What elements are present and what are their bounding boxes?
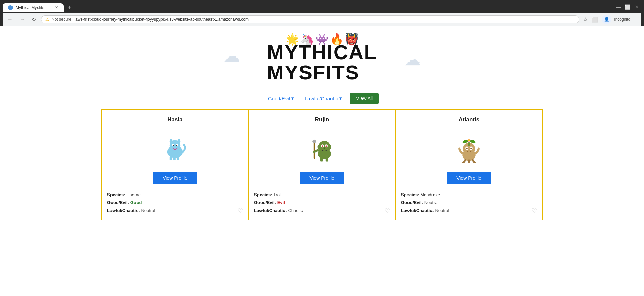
heart-icon-hasla[interactable]: ♡	[238, 207, 243, 214]
creature-svg-rujin	[307, 133, 337, 163]
species-value-atlantis: Mandrake	[420, 192, 440, 197]
cloud-left-icon: ☁	[223, 46, 240, 66]
more-options-button[interactable]: ⋮	[633, 16, 639, 23]
tab-close-button[interactable]: ✕	[55, 5, 58, 10]
page-content: ☁ ☁ 🌟 🦄 👾 🔥 👹 MYTHICAL MYSFITS	[0, 26, 644, 296]
tab-bar: Mythical Mysfits ✕ + — ⬜ ✕	[3, 3, 641, 13]
svg-point-34	[466, 148, 468, 150]
view-profile-button-atlantis[interactable]: View Profile	[447, 172, 491, 184]
reload-button[interactable]: ↻	[30, 16, 38, 23]
svg-point-12	[312, 140, 316, 143]
profile-button[interactable]: 👤	[602, 15, 611, 24]
card-details-rujin: Species: Troll Good/Evil: Evil Lawful/Ch…	[254, 191, 390, 214]
monster-3: 👾	[315, 33, 329, 46]
bookmark-icon[interactable]: ☆	[582, 16, 588, 23]
profile-icon: 👤	[604, 17, 609, 22]
svg-point-2	[170, 139, 173, 144]
tab-cast-icon[interactable]: ⬜	[591, 16, 599, 23]
svg-rect-9	[173, 156, 176, 160]
good-evil-label: Good/Evil	[268, 96, 290, 101]
tab-favicon	[8, 5, 13, 10]
svg-rect-23	[326, 158, 328, 162]
security-label: Not secure	[52, 17, 71, 22]
tab-title: Mythical Mysfits	[16, 5, 44, 10]
species-label-atlantis: Species:	[401, 192, 419, 197]
good-evil-value-rujin: Evil	[277, 200, 285, 205]
svg-point-19	[322, 145, 324, 147]
svg-point-20	[325, 145, 327, 147]
lawful-label-hasla: Lawful/Chaotic:	[107, 208, 140, 213]
svg-point-6	[173, 145, 174, 146]
view-profile-button-rujin[interactable]: View Profile	[300, 172, 344, 184]
monster-5: 👹	[345, 33, 358, 46]
lawful-label-atlantis: Lawful/Chaotic:	[401, 208, 434, 213]
species-value-hasla: Haetae	[126, 192, 141, 197]
view-all-button[interactable]: View All	[350, 93, 379, 104]
card-name-hasla: Hasla	[167, 116, 182, 123]
species-row-rujin: Species: Troll	[254, 191, 390, 199]
filter-bar: Good/Evil ▾ Lawful/Chaotic ▾ View All	[0, 86, 644, 109]
lawful-chaotic-filter[interactable]: Lawful/Chaotic ▾	[302, 94, 345, 103]
forward-button[interactable]: →	[18, 16, 27, 23]
lawful-chaotic-label: Lawful/Chaotic	[305, 96, 338, 101]
good-evil-label-rujin: Good/Evil:	[254, 200, 276, 205]
view-profile-button-hasla[interactable]: View Profile	[153, 172, 197, 184]
monster-4: 🔥	[330, 33, 344, 46]
good-evil-label-atlantis: Good/Evil:	[401, 200, 423, 205]
maximize-button[interactable]: ⬜	[625, 4, 630, 10]
svg-point-31	[468, 139, 470, 141]
browser-chrome: Mythical Mysfits ✕ + — ⬜ ✕ ← → ↻ ⚠ Not s…	[0, 0, 644, 26]
card-details-hasla: Species: Haetae Good/Evil: Good Lawful/C…	[107, 191, 243, 214]
minimize-button[interactable]: —	[616, 4, 621, 10]
lawful-row-atlantis: Lawful/Chaotic: Neutral	[401, 207, 537, 214]
card-details-atlantis: Species: Mandrake Good/Evil: Neutral Law…	[401, 191, 537, 214]
good-evil-row-rujin: Good/Evil: Evil	[254, 199, 390, 206]
creature-svg-hasla	[160, 133, 190, 163]
lawful-row-rujin: Lawful/Chaotic: Chaotic	[254, 207, 390, 214]
creature-svg-atlantis	[454, 133, 484, 163]
logo-line2: MYSFITS	[267, 63, 377, 83]
close-button[interactable]: ✕	[635, 4, 639, 10]
creature-image-atlantis	[452, 131, 486, 165]
good-evil-filter[interactable]: Good/Evil ▾	[265, 94, 297, 103]
logo-mysfits: MYSFITS	[267, 63, 377, 83]
monster-2: 🦄	[300, 33, 314, 46]
toolbar-right: ☆ ⬜ 👤 Incognito ⋮	[582, 15, 639, 24]
svg-rect-27	[468, 141, 470, 146]
back-button[interactable]: ←	[5, 16, 15, 23]
species-row-atlantis: Species: Mandrake	[401, 191, 537, 199]
heart-icon-rujin[interactable]: ♡	[385, 207, 390, 214]
svg-point-21	[324, 147, 325, 149]
heart-icon-atlantis[interactable]: ♡	[531, 207, 537, 214]
creature-image-rujin	[305, 131, 339, 165]
species-label-rujin: Species:	[254, 192, 272, 197]
chevron-down-icon-2: ▾	[339, 95, 342, 101]
species-label-hasla: Species:	[107, 192, 125, 197]
good-evil-value-hasla: Good	[130, 200, 142, 205]
card-hasla: Hasla	[101, 109, 248, 220]
svg-point-35	[470, 148, 472, 150]
site-header: ☁ ☁ 🌟 🦄 👾 🔥 👹 MYTHICAL MYSFITS	[0, 26, 644, 86]
good-evil-value-atlantis: Neutral	[424, 200, 439, 205]
monster-1: 🌟	[286, 33, 299, 46]
lawful-row-hasla: Lawful/Chaotic: Neutral	[107, 207, 243, 214]
svg-rect-10	[177, 156, 179, 160]
incognito-label: Incognito	[614, 17, 630, 22]
species-value-rujin: Troll	[273, 192, 282, 197]
card-atlantis: Atlantis	[395, 109, 543, 220]
active-tab[interactable]: Mythical Mysfits ✕	[3, 3, 64, 12]
card-name-rujin: Rujin	[315, 116, 329, 123]
logo-wrapper: 🌟 🦄 👾 🔥 👹 MYTHICAL MYSFITS	[267, 33, 377, 83]
good-evil-label-hasla: Good/Evil:	[107, 200, 129, 205]
cloud-right-icon: ☁	[404, 50, 421, 69]
svg-point-15	[318, 145, 321, 149]
url-text: aws-first-cloud-journey-mythicalbucket-f…	[75, 17, 575, 22]
svg-point-7	[176, 145, 178, 146]
address-bar[interactable]: ⚠ Not secure aws-first-cloud-journey-myt…	[41, 15, 579, 23]
cards-grid: Hasla	[0, 109, 644, 220]
lawful-value-rujin: Chaotic	[288, 208, 303, 213]
new-tab-button[interactable]: +	[65, 3, 74, 13]
lawful-value-hasla: Neutral	[141, 208, 155, 213]
svg-rect-8	[170, 156, 172, 160]
lawful-label-rujin: Lawful/Chaotic:	[254, 208, 287, 213]
